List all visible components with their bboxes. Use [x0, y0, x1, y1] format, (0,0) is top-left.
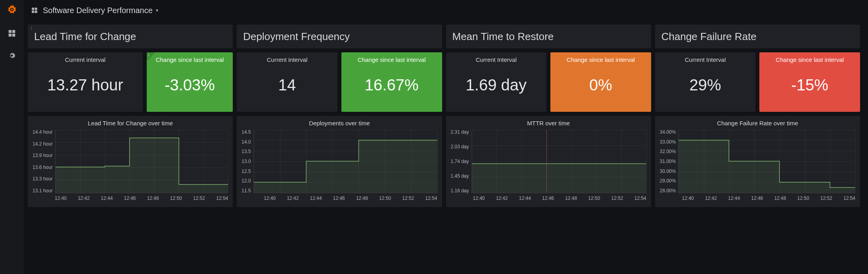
section-title: Deployment Frequency [243, 31, 350, 43]
y-axis: 14.4 hour14.2 hour13.9 hour13.6 hour13.3… [33, 130, 55, 193]
stat-value: 29% [690, 76, 721, 94]
y-axis: 14.514.013.513.012.512.011.5 [241, 130, 253, 193]
stat-change-deploy-freq[interactable]: Change since last interval 16.67% [341, 52, 442, 112]
stat-pair-lead-time: Current interval 13.27 hour Change since… [28, 52, 233, 112]
caret-down-icon: ▾ [156, 8, 158, 13]
plot-area [678, 130, 855, 193]
x-axis: 12:4012:4212:4412:4612:4812:5012:5212:54 [241, 195, 437, 201]
stat-label: Change since last interval [147, 56, 233, 63]
chart-title: MTTR over time [451, 120, 646, 126]
chart-title: Deployments over time [241, 120, 437, 126]
chart-title: Change Failure Rate over time [660, 120, 855, 126]
stat-label: Current Interval [655, 56, 756, 63]
section-header-mttr[interactable]: Mean Time to Restore [446, 25, 651, 48]
svg-rect-5 [12, 34, 15, 36]
section-header-fail-rate[interactable]: Change Failure Rate [655, 25, 860, 48]
dashboard-grid: i Lead Time for Change Deployment Freque… [24, 21, 868, 274]
stat-pair-mttr: Current Interval 1.69 day Change since l… [446, 52, 651, 112]
section-header-deploy-freq[interactable]: Deployment Frequency [237, 25, 442, 48]
dashboards-icon[interactable] [6, 28, 17, 39]
svg-rect-4 [9, 34, 11, 36]
stat-current-fail-rate[interactable]: Current Interval 29% [655, 52, 756, 112]
stat-value: -15% [791, 76, 828, 94]
chart-lead-time[interactable]: Lead Time for Change over time 14.4 hour… [28, 116, 233, 207]
svg-rect-7 [35, 8, 37, 10]
x-axis: 12:4012:4212:4412:4612:4812:5012:5212:54 [660, 195, 855, 201]
stat-label: Current interval [28, 56, 143, 63]
settings-gear-icon[interactable] [6, 50, 17, 61]
stat-change-lead-time[interactable]: Change since last interval -3.03% [147, 52, 233, 112]
plot-area [253, 130, 437, 193]
stat-label: Change since last interval [341, 56, 442, 63]
svg-rect-2 [9, 30, 11, 33]
x-axis: 12:4012:4212:4412:4612:4812:5012:5212:54 [451, 195, 646, 201]
stat-label: Current Interval [446, 56, 547, 63]
stat-pair-fail-rate: Current Interval 29% Change since last i… [655, 52, 860, 112]
chart-mttr[interactable]: MTTR over time 2.31 day2.03 day1.74 day1… [446, 116, 651, 207]
topbar: Software Delivery Performance ▾ [24, 0, 868, 21]
stat-value: 14 [278, 76, 296, 94]
stat-value: 1.69 day [466, 76, 527, 94]
info-icon: i [31, 26, 32, 31]
dashboard-title-dropdown[interactable]: Software Delivery Performance ▾ [43, 6, 158, 15]
stat-value: 16.67% [365, 76, 419, 94]
stat-current-lead-time[interactable]: Current interval 13.27 hour [28, 52, 143, 112]
chart-fail-rate[interactable]: Change Failure Rate over time 34.00%33.0… [655, 116, 860, 207]
dashboard-title: Software Delivery Performance [43, 6, 153, 15]
stat-current-deploy-freq[interactable]: Current interval 14 [237, 52, 337, 112]
svg-rect-3 [12, 30, 15, 33]
stat-label: Current interval [237, 56, 337, 63]
stat-value: 0% [589, 76, 612, 94]
section-title: Mean Time to Restore [452, 31, 554, 43]
svg-rect-6 [32, 8, 34, 10]
stat-pair-deploy-freq: Current interval 14 Change since last in… [237, 52, 442, 112]
svg-rect-8 [32, 11, 34, 13]
stat-current-mttr[interactable]: Current Interval 1.69 day [446, 52, 547, 112]
grafana-logo-icon[interactable] [6, 4, 17, 17]
y-axis: 2.31 day2.03 day1.74 day1.45 day1.16 day [451, 130, 471, 193]
svg-rect-9 [35, 11, 37, 13]
sidebar [0, 0, 24, 274]
stat-value: 13.27 hour [47, 76, 123, 94]
stat-label: Change since last interval [759, 56, 860, 63]
section-header-lead-time[interactable]: i Lead Time for Change [28, 25, 233, 48]
panel-grid-icon [31, 7, 38, 14]
chart-title: Lead Time for Change over time [33, 120, 228, 126]
plot-area [55, 130, 228, 193]
chart-deploy-freq[interactable]: Deployments over time 14.514.013.513.012… [237, 116, 442, 207]
stat-value: -3.03% [165, 76, 215, 94]
y-axis: 34.00%33.00%32.00%31.00%30.00%29.00%28.0… [660, 130, 678, 193]
x-axis: 12:4012:4212:4412:4612:4812:5012:5212:54 [33, 195, 228, 201]
plot-area [471, 130, 646, 193]
svg-point-1 [11, 9, 13, 10]
section-title: Lead Time for Change [34, 31, 136, 43]
stat-change-mttr[interactable]: Change since last interval 0% [550, 52, 651, 112]
section-title: Change Failure Rate [661, 31, 757, 43]
stat-change-fail-rate[interactable]: Change since last interval -15% [759, 52, 860, 112]
stat-label: Change since last interval [550, 56, 651, 63]
